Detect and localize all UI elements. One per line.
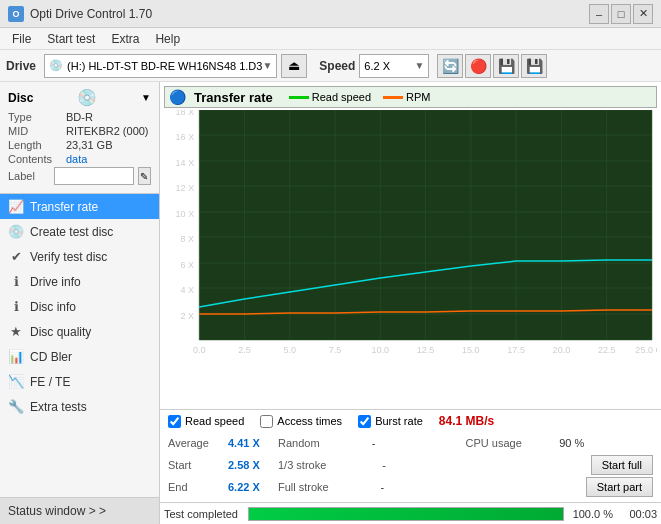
status-text: Test completed bbox=[164, 508, 244, 520]
speed-selector[interactable]: 6.2 X ▼ bbox=[359, 54, 429, 78]
read-speed-checkbox[interactable]: Read speed bbox=[168, 415, 244, 428]
label-edit-button[interactable]: ✎ bbox=[138, 167, 151, 185]
mid-value: RITEKBR2 (000) bbox=[66, 125, 149, 137]
disc-info-icon: ℹ bbox=[8, 299, 24, 314]
chart-title-bar: 🔵 Transfer rate Read speed RPM bbox=[164, 86, 657, 108]
sidebar: Disc 💿 ▼ Type BD-R MID RITEKBR2 (000) Le… bbox=[0, 82, 160, 524]
drive-selector[interactable]: 💿 (H:) HL-DT-ST BD-RE WH16NS48 1.D3 ▼ bbox=[44, 54, 277, 78]
burst-rate-checkbox[interactable]: Burst rate bbox=[358, 415, 423, 428]
save-button[interactable]: 💾 bbox=[521, 54, 547, 78]
start-part-button[interactable]: Start part bbox=[586, 477, 653, 497]
svg-text:17.5: 17.5 bbox=[507, 345, 525, 355]
contents-value[interactable]: data bbox=[66, 153, 87, 165]
nav-item-create-test-disc[interactable]: 💿 Create test disc bbox=[0, 219, 159, 244]
create-disc-icon: 💿 bbox=[8, 224, 24, 239]
disc-title: Disc bbox=[8, 91, 33, 105]
access-times-label: Access times bbox=[277, 415, 342, 427]
stats-area: Read speed Access times Burst rate 84.1 … bbox=[160, 409, 661, 502]
svg-text:4 X: 4 X bbox=[181, 285, 195, 295]
progress-percent: 100.0 % bbox=[568, 508, 613, 520]
nav-item-disc-quality[interactable]: ★ Disc quality bbox=[0, 319, 159, 344]
minimize-button[interactable]: – bbox=[589, 4, 609, 24]
stats-row-start: Start 2.58 X 1/3 stroke - Start full bbox=[168, 454, 653, 476]
svg-text:6 X: 6 X bbox=[181, 260, 195, 270]
access-times-check[interactable] bbox=[260, 415, 273, 428]
svg-text:18 X: 18 X bbox=[176, 110, 195, 117]
third-stroke-value: - bbox=[382, 459, 486, 471]
svg-text:22.5: 22.5 bbox=[598, 345, 616, 355]
svg-text:5.0: 5.0 bbox=[283, 345, 296, 355]
type-label: Type bbox=[8, 111, 66, 123]
menu-bar: File Start test Extra Help bbox=[0, 28, 661, 50]
chevron-down-icon: ▼ bbox=[262, 60, 272, 71]
random-label: Random bbox=[278, 437, 372, 449]
nav-label-create-test-disc: Create test disc bbox=[30, 225, 113, 239]
chart-title: Transfer rate bbox=[194, 90, 273, 105]
nav-label-transfer-rate: Transfer rate bbox=[30, 200, 98, 214]
burst-rate-check[interactable] bbox=[358, 415, 371, 428]
random-value: - bbox=[372, 437, 466, 449]
svg-text:2 X: 2 X bbox=[181, 311, 195, 321]
info-button[interactable]: 💾 bbox=[493, 54, 519, 78]
nav-label-extra-tests: Extra tests bbox=[30, 400, 87, 414]
progress-bar-container bbox=[248, 507, 564, 521]
chart-icon: 🔵 bbox=[169, 89, 186, 105]
svg-text:12.5: 12.5 bbox=[417, 345, 435, 355]
nav-item-extra-tests[interactable]: 🔧 Extra tests bbox=[0, 394, 159, 419]
status-window-button[interactable]: Status window > > bbox=[0, 497, 159, 524]
nav-label-cd-bler: CD Bler bbox=[30, 350, 72, 364]
close-button[interactable]: ✕ bbox=[633, 4, 653, 24]
disc-panel: Disc 💿 ▼ Type BD-R MID RITEKBR2 (000) Le… bbox=[0, 82, 159, 194]
menu-help[interactable]: Help bbox=[147, 30, 188, 48]
nav-item-verify-test-disc[interactable]: ✔ Verify test disc bbox=[0, 244, 159, 269]
drive-label: Drive bbox=[6, 59, 36, 73]
nav-label-disc-info: Disc info bbox=[30, 300, 76, 314]
end-value: 6.22 X bbox=[228, 481, 278, 493]
end-label: End bbox=[168, 481, 228, 493]
svg-text:8 X: 8 X bbox=[181, 234, 195, 244]
nav-item-fe-te[interactable]: 📉 FE / TE bbox=[0, 369, 159, 394]
right-panel: 🔵 Transfer rate Read speed RPM bbox=[160, 82, 661, 524]
menu-extra[interactable]: Extra bbox=[103, 30, 147, 48]
access-times-checkbox[interactable]: Access times bbox=[260, 415, 342, 428]
chevron-down-speed-icon: ▼ bbox=[414, 60, 424, 71]
menu-file[interactable]: File bbox=[4, 30, 39, 48]
chart-legend: Read speed RPM bbox=[289, 91, 431, 103]
disc-expand-icon[interactable]: ▼ bbox=[141, 92, 151, 103]
nav-item-drive-info[interactable]: ℹ Drive info bbox=[0, 269, 159, 294]
nav-item-cd-bler[interactable]: 📊 CD Bler bbox=[0, 344, 159, 369]
drive-toolbar: Drive 💿 (H:) HL-DT-ST BD-RE WH16NS48 1.D… bbox=[0, 50, 661, 82]
transfer-rate-chart: 18 X 16 X 14 X 12 X 10 X 8 X 6 X 4 X 2 X… bbox=[164, 110, 657, 358]
menu-start-test[interactable]: Start test bbox=[39, 30, 103, 48]
extra-tests-icon: 🔧 bbox=[8, 399, 24, 414]
svg-text:20.0: 20.0 bbox=[553, 345, 571, 355]
nav-label-disc-quality: Disc quality bbox=[30, 325, 91, 339]
read-speed-check[interactable] bbox=[168, 415, 181, 428]
settings-button[interactable]: 🔴 bbox=[465, 54, 491, 78]
start-value: 2.58 X bbox=[228, 459, 278, 471]
average-value: 4.41 X bbox=[228, 437, 278, 449]
status-window-label: Status window > > bbox=[8, 504, 106, 518]
read-speed-label: Read speed bbox=[185, 415, 244, 427]
eject-button[interactable]: ⏏ bbox=[281, 54, 307, 78]
svg-text:10.0: 10.0 bbox=[372, 345, 390, 355]
legend-read-speed: Read speed bbox=[289, 91, 371, 103]
length-label: Length bbox=[8, 139, 66, 151]
start-full-button[interactable]: Start full bbox=[591, 455, 653, 475]
legend-rpm-color bbox=[383, 96, 403, 99]
checkboxes-row: Read speed Access times Burst rate 84.1 … bbox=[168, 414, 653, 428]
nav-item-transfer-rate[interactable]: 📈 Transfer rate bbox=[0, 194, 159, 219]
disc-label-input[interactable] bbox=[54, 167, 134, 185]
svg-text:10 X: 10 X bbox=[176, 209, 195, 219]
length-value: 23,31 GB bbox=[66, 139, 112, 151]
main-content: Disc 💿 ▼ Type BD-R MID RITEKBR2 (000) Le… bbox=[0, 82, 661, 524]
maximize-button[interactable]: □ bbox=[611, 4, 631, 24]
third-stroke-label: 1/3 stroke bbox=[278, 459, 382, 471]
stats-row-average: Average 4.41 X Random - CPU usage 90 % bbox=[168, 432, 653, 454]
window-title: Opti Drive Control 1.70 bbox=[30, 7, 152, 21]
legend-rpm-label: RPM bbox=[406, 91, 430, 103]
burst-rate-label: Burst rate bbox=[375, 415, 423, 427]
refresh-button[interactable]: 🔄 bbox=[437, 54, 463, 78]
full-stroke-value: - bbox=[381, 481, 484, 493]
nav-item-disc-info[interactable]: ℹ Disc info bbox=[0, 294, 159, 319]
